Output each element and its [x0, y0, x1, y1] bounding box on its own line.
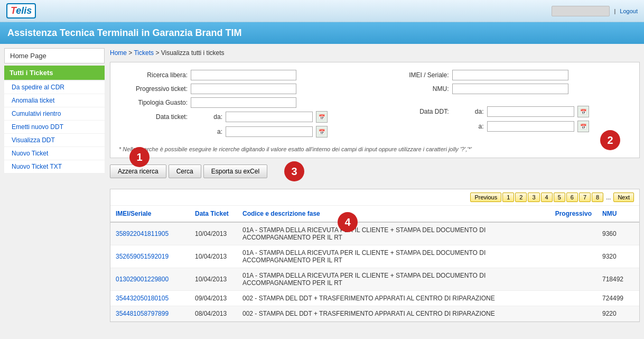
tipologia-input[interactable]: [191, 97, 296, 108]
data-ticket-label: Data ticket:: [119, 113, 188, 121]
button-row: Azzera ricerca Cerca Esporta su exCel 3: [110, 164, 640, 178]
ricerca-input[interactable]: [191, 70, 296, 80]
td-codice: 01A - STAMPA DELLA RICEVUTA PER IL CLIEN…: [237, 268, 544, 291]
sidebar-item-visualizza-ddt[interactable]: Visualizza DDT: [4, 134, 105, 147]
td-codice: 01A - STAMPA DELLA RICEVUTA PER IL CLIEN…: [237, 222, 544, 245]
sidebar-item-anomalia[interactable]: Anomalia ticket: [4, 94, 105, 107]
breadcrumb-tickets[interactable]: Tickets: [134, 49, 154, 57]
td-progressivo: [544, 291, 597, 306]
imei-link[interactable]: 013029001229800: [116, 276, 169, 283]
sidebar-item-nuovo-ticket[interactable]: Nuovo Ticket: [4, 147, 105, 160]
nmu-input[interactable]: [452, 84, 568, 94]
data-ddt-da-input[interactable]: [487, 106, 574, 117]
two-col-form: Ricerca libera: Progressivo ticket: Tipo…: [119, 70, 631, 141]
th-data: Data Ticket: [190, 206, 237, 222]
title-bar: Assistenza Tecnica Terminali in Garanzia…: [0, 22, 644, 44]
row-imei: IMEI / Seriale:: [380, 70, 631, 80]
pagination-row: Previous 1 2 3 4 5 6 7 8 ... Next: [110, 189, 639, 206]
tipologia-label: Tipologia Guasto:: [119, 99, 188, 106]
page-7-button[interactable]: 7: [579, 193, 591, 202]
td-progressivo: [544, 268, 597, 291]
header-right: | Logout: [552, 6, 638, 16]
table-row: 352659051592019 10/04/2013 01A - STAMPA …: [110, 245, 639, 268]
page-1-button[interactable]: 1: [502, 193, 514, 202]
data-ticket-a-input[interactable]: [226, 126, 313, 137]
data-ddt-a-input[interactable]: [487, 121, 574, 132]
da2-label: da:: [452, 108, 484, 115]
td-progressivo: [544, 245, 597, 268]
cal-btn-data-ddt-da[interactable]: 📅: [577, 106, 589, 117]
td-imei: 358922041811905: [110, 222, 190, 245]
page-5-button[interactable]: 5: [554, 193, 565, 202]
sidebar-item-da-spedire[interactable]: Da spedire al CDR: [4, 81, 105, 94]
breadcrumb-current: Visualizza tutti i tickets: [161, 49, 225, 57]
logo: Telis: [6, 3, 36, 19]
user-field: [552, 6, 610, 16]
progressivo-input[interactable]: [191, 84, 296, 94]
logo-box: Telis: [6, 3, 36, 19]
table-row: 354481058797899 08/04/2013 002 - STAMPA …: [110, 306, 639, 322]
data-ddt-label: Data DDT:: [380, 108, 449, 115]
a2-label: a:: [452, 123, 484, 130]
annotation-1: 1: [129, 147, 150, 167]
right-form: 2 IMEI / Seriale: NMU: Data DDT: da:: [370, 70, 631, 141]
results-panel: Previous 1 2 3 4 5 6 7 8 ... Next 4: [110, 189, 640, 322]
da-label: da:: [191, 113, 222, 121]
page-3-button[interactable]: 3: [528, 193, 539, 202]
page-8-button[interactable]: 8: [592, 193, 603, 202]
row-nmu: NMU:: [380, 84, 631, 94]
table-row: 354432050180105 09/04/2013 002 - STAMPA …: [110, 291, 639, 306]
esporta-button[interactable]: Esporta su exCel: [203, 164, 267, 178]
td-nmu: 9360: [597, 222, 639, 245]
th-imei: IMEI/Seriale: [110, 206, 190, 222]
row-ricerca: Ricerca libera:: [119, 70, 370, 80]
imei-link[interactable]: 352659051592019: [116, 253, 169, 260]
imei-link[interactable]: 354481058797899: [116, 310, 169, 317]
td-imei: 352659051592019: [110, 245, 190, 268]
cal-btn-data-ticket-da[interactable]: 📅: [316, 111, 328, 123]
th-progressivo: Progressivo: [544, 206, 597, 222]
td-codice: 002 - STAMPA DEL DDT + TRASFERIMENTO APP…: [237, 306, 544, 322]
sidebar-item-home[interactable]: Home Page: [4, 48, 105, 63]
sidebar-item-tutti-tickets[interactable]: Tutti i Tickets: [4, 66, 105, 80]
search-panel: 1 Ricerca libera: Progressivo ticket: Ti…: [110, 62, 640, 158]
table-row: 013029001229800 10/04/2013 01A - STAMPA …: [110, 268, 639, 291]
page-2-button[interactable]: 2: [515, 193, 527, 202]
header: Telis | Logout: [0, 0, 644, 22]
page-6-button[interactable]: 6: [566, 193, 578, 202]
data-ticket-da-input[interactable]: [226, 112, 313, 122]
td-codice: 002 - STAMPA DEL DDT + TRASFERIMENTO APP…: [237, 291, 544, 306]
td-data: 09/04/2013: [190, 291, 237, 306]
sidebar: Home Page Tutti i Tickets Da spedire al …: [4, 48, 105, 336]
td-imei: 354481058797899: [110, 306, 190, 322]
imei-link[interactable]: 354432050180105: [116, 295, 169, 302]
imei-link[interactable]: 358922041811905: [116, 230, 169, 237]
imei-input[interactable]: [452, 70, 568, 80]
sidebar-item-cumulativi[interactable]: Cumulativi rientro: [4, 107, 105, 121]
td-data: 10/04/2013: [190, 268, 237, 291]
row-progressivo: Progressivo ticket:: [119, 84, 370, 94]
sidebar-item-nuovo-ticket-txt[interactable]: Nuovo Ticket TXT: [4, 160, 105, 173]
cal-btn-data-ticket-a[interactable]: 📅: [316, 126, 328, 138]
td-data: 10/04/2013: [190, 245, 237, 268]
page-prev-button[interactable]: Previous: [470, 193, 501, 202]
annotation-3: 3: [284, 161, 304, 181]
progressivo-label: Progressivo ticket:: [119, 85, 188, 93]
td-nmu: 9220: [597, 306, 639, 322]
sidebar-item-emetti-ddt[interactable]: Emetti nuovo DDT: [4, 121, 105, 134]
page-4-button[interactable]: 4: [541, 193, 553, 202]
td-data: 08/04/2013: [190, 306, 237, 322]
td-progressivo: [544, 306, 597, 322]
separator: |: [614, 8, 615, 14]
cal-btn-data-ddt-a[interactable]: 📅: [577, 121, 589, 132]
breadcrumb-home[interactable]: Home: [110, 49, 127, 57]
page-next-button[interactable]: Next: [613, 193, 634, 202]
table-container: 4 IMEI/Seriale Data Ticket Codice e desc…: [110, 206, 639, 322]
cerca-button[interactable]: Cerca: [169, 164, 201, 178]
td-codice: 01A - STAMPA DELLA RICEVUTA PER IL CLIEN…: [237, 245, 544, 268]
title-text: Assistenza Tecnica Terminali in Garanzia…: [7, 28, 241, 38]
logout-link[interactable]: Logout: [620, 8, 638, 14]
nmu-label: NMU:: [380, 85, 449, 93]
row-data-ddt-da: Data DDT: da: 📅: [380, 106, 631, 117]
logo-elis: elis: [16, 5, 32, 16]
